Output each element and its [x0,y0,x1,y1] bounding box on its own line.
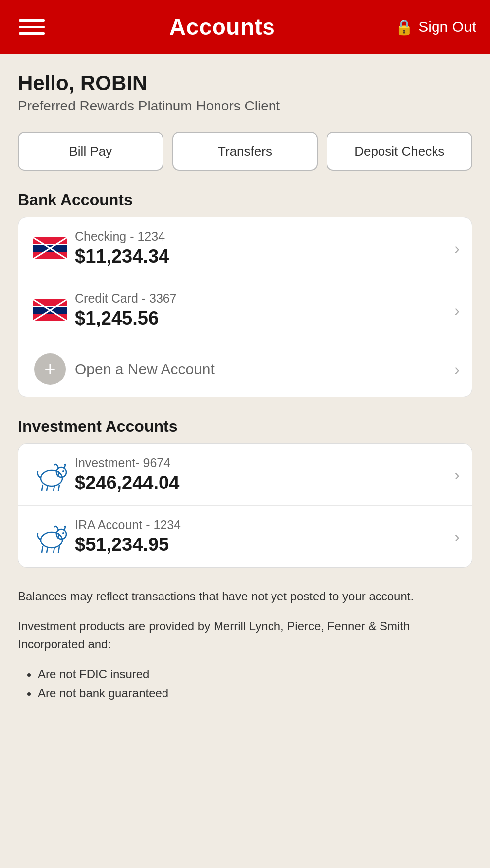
investment-accounts-card: Investment- 9674 $246,244.04 › [18,443,472,568]
investment-accounts-title: Investment Accounts [18,417,472,435]
deposit-checks-button[interactable]: Deposit Checks [327,132,472,171]
credit-card-account-info: Credit Card - 3367 $1,245.56 [70,291,454,329]
sign-out-button[interactable]: 🔒 Sign Out [395,18,476,36]
greeting-section: Hello, ROBIN Preferred Rewards Platinum … [18,71,472,114]
investment-account-info: Investment- 9674 $246,244.04 [70,456,454,493]
balance-disclaimer: Balances may reflect transactions that h… [18,588,472,605]
disclaimer-bullet-2: Are not bank guaranteed [38,684,472,703]
page-title: Accounts [169,13,275,40]
investment-chevron-icon: › [454,466,460,484]
disclaimer-bullets: Are not FDIC insured Are not bank guaran… [18,665,472,703]
credit-card-chevron-icon: › [454,301,460,320]
svg-line-26 [58,546,59,553]
investment-account-name: Investment- 9674 [75,456,454,470]
bofa-logo-credit [30,299,70,321]
bill-pay-button[interactable]: Bill Pay [18,132,163,171]
credit-card-account-name: Credit Card - 3367 [75,291,454,306]
investment-account-balance: $246,244.04 [75,472,454,493]
menu-bar-2 [19,26,45,28]
bank-accounts-card: Checking - 1234 $11,234.34 › Credit Card… [18,217,472,397]
ira-chevron-icon: › [454,528,460,546]
main-content: Hello, ROBIN Preferred Rewards Platinum … [0,54,490,723]
checking-account-row[interactable]: Checking - 1234 $11,234.34 › [18,217,472,279]
menu-button[interactable] [14,14,50,40]
credit-card-account-row[interactable]: Credit Card - 3367 $1,245.56 › [18,279,472,341]
bank-accounts-title: Bank Accounts [18,191,472,209]
open-account-chevron-icon: › [454,360,460,379]
svg-point-19 [62,470,64,472]
open-account-label: Open a New Account [75,361,454,378]
checking-account-info: Checking - 1234 $11,234.34 [70,229,454,267]
disclaimer-bullet-1: Are not FDIC insured [38,665,472,684]
checking-chevron-icon: › [454,239,460,258]
investment-account-row[interactable]: Investment- 9674 $246,244.04 › [18,444,472,506]
transfers-button[interactable]: Transfers [172,132,318,171]
plus-circle-icon: + [34,353,66,385]
menu-bar-1 [19,19,45,22]
merrill-logo-investment [30,457,70,492]
menu-bar-3 [19,32,45,35]
checking-account-balance: $11,234.34 [75,246,454,267]
greeting-subtitle: Preferred Rewards Platinum Honors Client [18,98,472,114]
open-account-row[interactable]: + Open a New Account › [18,341,472,397]
greeting-name: Hello, ROBIN [18,71,472,95]
disclaimer-section: Balances may reflect transactions that h… [18,588,472,703]
svg-line-18 [58,485,59,491]
investment-disclaimer: Investment products are provided by Merr… [18,617,472,653]
svg-line-23 [42,546,43,553]
bofa-logo-checking [30,237,70,259]
checking-account-name: Checking - 1234 [75,229,454,244]
credit-card-account-balance: $1,245.56 [75,308,454,329]
svg-line-15 [42,485,43,491]
sign-out-label: Sign Out [418,18,476,35]
merrill-logo-ira [30,519,70,554]
svg-point-27 [62,532,64,534]
action-buttons-row: Bill Pay Transfers Deposit Checks [18,132,472,171]
lock-icon: 🔒 [395,18,413,36]
svg-line-16 [47,486,48,491]
ira-account-row[interactable]: IRA Account - 1234 $51,234.95 › [18,506,472,567]
open-account-info: Open a New Account [70,361,454,378]
ira-account-name: IRA Account - 1234 [75,518,454,532]
ira-account-balance: $51,234.95 [75,534,454,555]
plus-icon: + [30,353,70,385]
svg-line-24 [47,547,48,553]
ira-account-info: IRA Account - 1234 $51,234.95 [70,518,454,555]
app-header: Accounts 🔒 Sign Out [0,0,490,54]
